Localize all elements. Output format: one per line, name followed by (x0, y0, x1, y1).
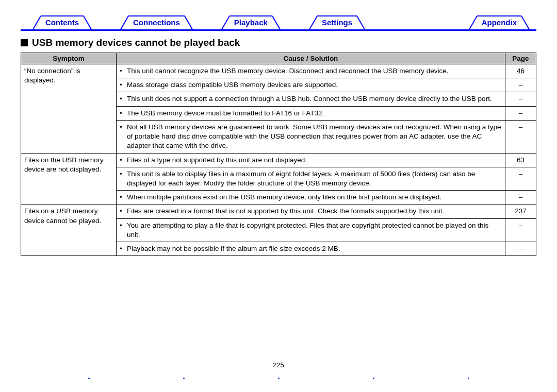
cause-cell: •Files of a type not supported by this u… (117, 153, 505, 167)
page-link[interactable]: 237 (515, 207, 527, 215)
page-number: 225 (0, 361, 557, 369)
troubleshoot-table: Symptom Cause / Solution Page “No connec… (21, 53, 536, 256)
cause-cell: •Files are created in a format that is n… (117, 204, 505, 218)
page-cell: – (505, 191, 536, 204)
cause-text: This unit is able to display files in a … (127, 169, 502, 188)
page-cell: – (505, 218, 536, 242)
cause-cell: •Not all USB memory devices are guarante… (117, 120, 505, 153)
bullet-icon: • (120, 94, 127, 104)
cause-cell: •You are attempting to play a file that … (117, 218, 505, 242)
cause-cell: •Playback may not be possible if the alb… (117, 242, 505, 256)
bullet-icon: • (120, 221, 127, 240)
cause-text: Not all USB memory devices are guarantee… (127, 123, 502, 151)
cause-text: When multiple partitions exist on the US… (127, 193, 502, 202)
cause-text: Files of a type not supported by this un… (127, 156, 502, 165)
page-cell[interactable]: 237 (505, 204, 536, 218)
tab-label: Appendix (482, 18, 517, 27)
cause-text: You are attempting to play a file that i… (127, 221, 502, 240)
svg-line-7 (357, 16, 365, 29)
dot-icon (183, 378, 185, 379)
nav-tab-bar: Contents Connections Playback Settings A… (21, 15, 536, 31)
svg-line-4 (222, 16, 230, 29)
cause-cell: •This unit cannot recognize the USB memo… (117, 64, 505, 78)
tab-connections[interactable]: Connections (129, 15, 184, 29)
symptom-cell: “No connection” is displayed. (21, 64, 117, 154)
bullet-icon: • (120, 80, 127, 90)
bullet-icon: • (120, 244, 127, 253)
page-cell: – (505, 242, 536, 256)
tab-settings[interactable]: Settings (318, 15, 356, 29)
cause-cell: •This unit is able to display files in a… (117, 167, 505, 190)
page-cell: – (505, 106, 536, 120)
square-bullet-icon (21, 39, 28, 46)
svg-line-1 (84, 16, 91, 29)
heading-text: USB memory devices cannot be played back (32, 37, 240, 48)
page-cell: – (505, 120, 536, 153)
cause-cell: •This unit does not support a connection… (117, 92, 505, 106)
symptom-cell: Files on a USB memory device cannot be p… (21, 204, 117, 256)
svg-line-8 (469, 16, 477, 29)
page-cell: – (505, 78, 536, 92)
page-link[interactable]: 63 (517, 156, 525, 164)
svg-line-9 (521, 16, 529, 29)
tab-label: Playback (234, 18, 268, 27)
cause-text: This unit cannot recognize the USB memor… (127, 66, 502, 76)
bullet-icon: • (120, 66, 127, 76)
cause-cell: •When multiple partitions exist on the U… (117, 191, 505, 204)
tab-label: Connections (133, 18, 180, 27)
tab-playback[interactable]: Playback (230, 15, 272, 29)
svg-line-6 (309, 16, 317, 29)
table-row: Files on a USB memory device cannot be p… (21, 204, 536, 218)
dot-icon (278, 378, 280, 379)
cause-text: Files are created in a format that is no… (127, 207, 502, 216)
table-row: “No connection” is displayed.•This unit … (21, 64, 536, 78)
page-cell: – (505, 167, 536, 190)
page-cell[interactable]: 46 (505, 64, 536, 78)
section-heading: USB memory devices cannot be played back (21, 37, 536, 48)
cause-text: Mass storage class compatible USB memory… (127, 80, 502, 90)
bullet-icon: • (120, 193, 127, 202)
tab-label: Settings (322, 18, 352, 27)
page-content: Contents Connections Playback Settings A… (0, 0, 557, 256)
col-symptom: Symptom (21, 53, 117, 64)
tab-contents[interactable]: Contents (41, 15, 83, 29)
table-header-row: Symptom Cause / Solution Page (21, 53, 536, 64)
page-link[interactable]: 46 (517, 67, 525, 75)
cause-text: Playback may not be possible if the albu… (127, 244, 502, 253)
bullet-icon: • (120, 109, 127, 118)
symptom-cell: Files on the USB memory device are not d… (21, 153, 117, 204)
dot-icon (373, 378, 374, 379)
footer-nav-dots (0, 378, 557, 379)
svg-line-0 (33, 16, 41, 29)
svg-line-2 (121, 16, 128, 29)
page-cell: – (505, 92, 536, 106)
bullet-icon: • (120, 207, 127, 216)
col-page: Page (505, 53, 536, 64)
cause-text: This unit does not support a connection … (127, 94, 502, 104)
col-cause: Cause / Solution (117, 53, 505, 64)
svg-line-3 (185, 16, 192, 29)
dot-icon (468, 378, 469, 379)
cause-cell: •Mass storage class compatible USB memor… (117, 78, 505, 92)
bullet-icon: • (120, 156, 127, 165)
page-cell[interactable]: 63 (505, 153, 536, 167)
table-row: Files on the USB memory device are not d… (21, 153, 536, 167)
svg-line-5 (272, 16, 280, 29)
cause-cell: •The USB memory device must be formatted… (117, 106, 505, 120)
bullet-icon: • (120, 123, 127, 151)
dot-icon (88, 378, 90, 379)
tab-appendix[interactable]: Appendix (478, 15, 521, 29)
tab-label: Contents (45, 18, 79, 27)
bullet-icon: • (120, 169, 127, 188)
cause-text: The USB memory device must be formatted … (127, 109, 502, 118)
